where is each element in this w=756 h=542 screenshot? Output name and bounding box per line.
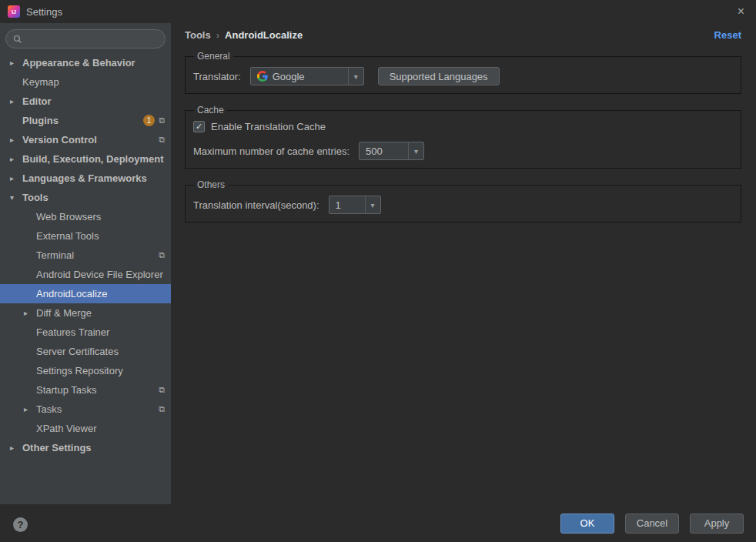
sidebar-item-label: Diff & Merge — [36, 307, 92, 319]
chevron-right-icon[interactable]: ▸ — [24, 405, 36, 413]
sidebar-item-web-browsers[interactable]: Web Browsers — [0, 207, 171, 226]
chevron-right-icon[interactable]: ▸ — [10, 59, 22, 67]
sidebar-item-server-certificates[interactable]: Server Certificates — [0, 342, 171, 361]
sidebar-item-plugins[interactable]: Plugins1⧉ — [0, 111, 171, 130]
breadcrumb-current: AndroidLocalize — [225, 29, 303, 41]
window-titlebar: IJ Settings × — [0, 0, 756, 23]
intellij-logo-icon: IJ — [8, 5, 20, 18]
interval-select[interactable]: 1 ▾ — [329, 196, 381, 214]
others-group: Others Translation interval(second): 1 ▾ — [185, 179, 741, 222]
chevron-right-icon[interactable]: ▸ — [10, 174, 22, 182]
sidebar-item-label: Appearance & Behavior — [22, 57, 135, 69]
sidebar-item-other-settings[interactable]: ▸Other Settings — [0, 438, 171, 457]
sidebar-item-androidlocalize[interactable]: AndroidLocalize — [0, 284, 171, 303]
search-icon — [13, 35, 22, 44]
general-group: General Translator: Google ▾ Supported L… — [185, 51, 741, 94]
interval-row: Translation interval(second): 1 ▾ — [193, 196, 733, 214]
chevron-right-icon[interactable]: ▸ — [10, 155, 22, 163]
settings-search-input[interactable] — [26, 33, 158, 45]
chevron-right-icon[interactable]: ▸ — [24, 309, 36, 317]
sidebar-item-label: Plugins — [22, 115, 59, 126]
sidebar-item-label: Settings Repository — [36, 365, 123, 376]
interval-selected-value: 1 — [336, 199, 341, 211]
interval-label: Translation interval(second): — [193, 199, 319, 211]
translator-label: Translator: — [193, 71, 241, 82]
max-entries-label: Maximum number of cache entries: — [193, 146, 350, 157]
sidebar-item-label: Web Browsers — [36, 211, 101, 222]
breadcrumb: Tools › AndroidLocalize Reset — [171, 23, 756, 46]
google-logo-icon — [257, 71, 268, 82]
close-icon[interactable]: × — [734, 4, 748, 19]
cancel-button[interactable]: Cancel — [625, 514, 679, 534]
project-scope-icon: ⧉ — [159, 136, 165, 144]
chevron-down-icon[interactable]: ▾ — [365, 196, 380, 213]
sidebar-item-label: Other Settings — [22, 442, 92, 453]
sidebar-item-android-device-file-explorer[interactable]: Android Device File Explorer — [0, 265, 171, 284]
max-entries-select[interactable]: 500 ▾ — [359, 142, 424, 160]
sidebar-item-tools[interactable]: ▾Tools — [0, 188, 171, 207]
chevron-down-icon[interactable]: ▾ — [348, 68, 363, 85]
project-scope-icon: ⧉ — [159, 405, 165, 413]
chevron-right-icon[interactable]: ▸ — [10, 443, 22, 452]
max-entries-row: Maximum number of cache entries: 500 ▾ — [193, 142, 733, 160]
sidebar-item-languages-frameworks[interactable]: ▸Languages & Frameworks — [0, 169, 171, 188]
sidebar-item-editor[interactable]: ▸Editor — [0, 92, 171, 111]
ok-button[interactable]: OK — [560, 514, 614, 534]
sidebar-item-label: Tools — [22, 192, 49, 203]
max-entries-selected-value: 500 — [366, 146, 383, 157]
reset-link[interactable]: Reset — [714, 29, 741, 41]
sidebar-item-label: Startup Tasks — [36, 384, 97, 396]
sidebar-item-settings-repository[interactable]: Settings Repository — [0, 361, 171, 380]
sidebar-item-appearance-behavior[interactable]: ▸Appearance & Behavior — [0, 53, 171, 72]
sidebar-item-keymap[interactable]: Keymap — [0, 72, 171, 92]
sidebar-item-diff-merge[interactable]: ▸Diff & Merge — [0, 303, 171, 323]
others-group-title: Others — [194, 179, 228, 190]
sidebar-item-terminal[interactable]: Terminal⧉ — [0, 246, 171, 265]
sidebar-item-label: Tasks — [36, 403, 62, 415]
sidebar-item-tasks[interactable]: ▸Tasks⧉ — [0, 400, 171, 419]
help-icon[interactable]: ? — [13, 517, 28, 532]
supported-languages-button[interactable]: Supported Languages — [378, 67, 500, 85]
breadcrumb-separator-icon: › — [216, 29, 219, 41]
settings-sidebar: ▸Appearance & BehaviorKeymap▸EditorPlugi… — [0, 23, 171, 504]
dialog-footer: ? OK Cancel Apply — [0, 504, 756, 542]
update-count-badge: 1 — [143, 115, 155, 126]
sidebar-item-label: Android Device File Explorer — [36, 269, 163, 280]
translator-row: Translator: Google ▾ Supported Languages — [193, 67, 733, 85]
sidebar-item-build-execution-deployment[interactable]: ▸Build, Execution, Deployment — [0, 149, 171, 169]
translator-select[interactable]: Google ▾ — [250, 67, 364, 85]
sidebar-tree: ▸Appearance & BehaviorKeymap▸EditorPlugi… — [0, 53, 171, 457]
project-scope-icon: ⧉ — [159, 251, 165, 259]
chevron-right-icon[interactable]: ▸ — [10, 136, 22, 144]
checkmark-icon: ✓ — [196, 122, 202, 131]
sidebar-item-startup-tasks[interactable]: Startup Tasks⧉ — [0, 380, 171, 400]
sidebar-item-label: Languages & Frameworks — [22, 172, 147, 184]
project-scope-icon: ⧉ — [159, 116, 165, 125]
sidebar-item-label: External Tools — [36, 230, 99, 242]
intellij-logo-text: IJ — [12, 9, 16, 15]
sidebar-item-label: AndroidLocalize — [36, 288, 108, 299]
cache-group: Cache ✓ Enable Translation Cache Maximum… — [185, 105, 741, 169]
sidebar-item-features-trainer[interactable]: Features Trainer — [0, 323, 171, 342]
sidebar-item-xpath-viewer[interactable]: XPath Viewer — [0, 419, 171, 438]
sidebar-item-label: Version Control — [22, 134, 97, 146]
settings-content-panel: Tools › AndroidLocalize Reset General Tr… — [171, 23, 756, 504]
sidebar-item-external-tools[interactable]: External Tools — [0, 226, 171, 246]
chevron-right-icon[interactable]: ▸ — [10, 97, 22, 105]
sidebar-item-label: Build, Execution, Deployment — [22, 153, 163, 165]
sidebar-item-version-control[interactable]: ▸Version Control⧉ — [0, 130, 171, 149]
enable-cache-checkbox[interactable]: ✓ — [193, 121, 205, 132]
cache-group-title: Cache — [194, 105, 227, 115]
apply-button[interactable]: Apply — [690, 514, 744, 534]
chevron-down-icon[interactable]: ▾ — [408, 142, 423, 159]
project-scope-icon: ⧉ — [159, 386, 165, 394]
enable-cache-row: ✓ Enable Translation Cache — [193, 121, 733, 132]
chevron-down-icon[interactable]: ▾ — [10, 193, 22, 202]
window-title: Settings — [26, 6, 62, 18]
enable-cache-label[interactable]: Enable Translation Cache — [211, 121, 326, 132]
translator-selected-value: Google — [273, 71, 305, 82]
sidebar-item-label: Server Certificates — [36, 346, 119, 357]
settings-search-box[interactable] — [5, 29, 166, 49]
general-group-title: General — [194, 51, 233, 62]
breadcrumb-root[interactable]: Tools — [185, 29, 211, 41]
